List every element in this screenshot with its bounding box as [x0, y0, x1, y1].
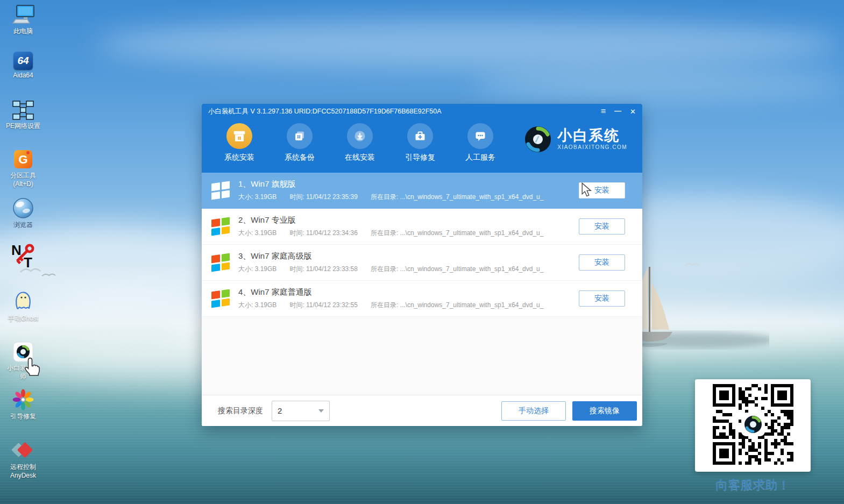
- desktop-icon-label: 远程控制 AnyDesk: [10, 463, 36, 480]
- desktop-icon-label: Aida64: [13, 72, 33, 80]
- desktop-icon-xiaobai-installer[interactable]: 小白装机大 师: [0, 341, 46, 381]
- tab-label: 系统安装: [224, 153, 254, 162]
- install-button[interactable]: 安装: [579, 218, 625, 235]
- desktop-icon-label: 此电脑: [13, 27, 33, 36]
- minimize-icon[interactable]: —: [614, 107, 621, 114]
- desktop-icon-boot-repair[interactable]: 引导修复: [0, 388, 46, 421]
- window-toolbar: 系统安装 系统备份: [202, 119, 642, 173]
- xiaobai-logo-icon: [524, 125, 552, 153]
- install-box-icon: [226, 123, 252, 149]
- desktop-icon-label: 引导修复: [10, 413, 36, 421]
- image-dir: 所在目录: ...\cn_windows_7_ultimate_with_sp1…: [371, 193, 544, 202]
- qr-panel: [695, 379, 811, 472]
- windows-logo-icon: [211, 289, 230, 308]
- windows-logo-icon: [211, 253, 230, 272]
- network-icon: [12, 100, 34, 120]
- bird-icon: [682, 259, 704, 270]
- tab-system-install[interactable]: 系统安装: [209, 123, 269, 162]
- image-row-win7-home-premium[interactable]: 3、Win7 家庭高级版 大小: 3.19GB 时间: 11/04/12 23:…: [202, 245, 642, 281]
- image-title: 1、Win7 旗舰版: [238, 179, 543, 189]
- image-size: 大小: 3.19GB: [238, 229, 276, 238]
- brand: 小白系统 XIAOBAIXITONG.COM: [524, 125, 642, 153]
- window-footer: 搜索目录深度 2 手动选择 搜索镜像: [202, 395, 642, 426]
- window-title: 小白装机工具 V 3.1.297.136 URID:DFCC5207188D57…: [208, 107, 442, 116]
- image-dir: 所在目录: ...\cn_windows_7_ultimate_with_sp1…: [371, 301, 544, 310]
- ghost-icon: [11, 290, 35, 313]
- tab-label: 系统备份: [285, 153, 315, 162]
- image-time: 时间: 11/04/12 23:33:58: [289, 265, 358, 274]
- image-list: 1、Win7 旗舰版 大小: 3.19GB 时间: 11/04/12 23:35…: [202, 173, 642, 317]
- xiaobai-logo-icon: [12, 341, 34, 363]
- image-row-win7-ultimate[interactable]: 1、Win7 旗舰版 大小: 3.19GB 时间: 11/04/12 23:35…: [202, 173, 642, 209]
- search-depth-value: 2: [278, 406, 282, 415]
- anydesk-icon: [10, 439, 36, 462]
- tab-label: 人工服务: [465, 153, 495, 162]
- svg-text:G: G: [18, 153, 27, 166]
- search-depth-label: 搜索目录深度: [218, 406, 263, 416]
- brand-name: 小白系统: [557, 128, 627, 143]
- image-title: 2、Win7 专业版: [238, 215, 543, 225]
- desktop-icon-label: PE网络设置: [6, 122, 40, 131]
- globe-icon: [12, 197, 34, 219]
- search-image-button[interactable]: 搜索镜像: [572, 401, 637, 421]
- search-depth-select[interactable]: 2: [272, 401, 330, 421]
- cloud: [97, 19, 839, 69]
- tab-human-service[interactable]: 人工服务: [450, 123, 510, 162]
- desktop-icon-manual-ghost[interactable]: 手动Ghost: [0, 290, 46, 323]
- download-icon: [347, 123, 373, 149]
- cloud: [473, 69, 844, 100]
- desktop-icon-label: 手动Ghost: [8, 315, 38, 323]
- windows-logo-icon: [211, 181, 230, 200]
- install-button[interactable]: 安装: [579, 290, 625, 307]
- image-size: 大小: 3.19GB: [238, 193, 276, 202]
- close-icon[interactable]: ✕: [630, 108, 636, 115]
- window-titlebar[interactable]: 小白装机工具 V 3.1.297.136 URID:DFCC5207188D57…: [202, 104, 642, 119]
- toolbox-icon: [407, 123, 433, 149]
- manual-select-button[interactable]: 手动选择: [501, 401, 566, 421]
- image-row-win7-home-basic[interactable]: 4、Win7 家庭普通版 大小: 3.19GB 时间: 11/04/12 23:…: [202, 281, 642, 317]
- image-size: 大小: 3.19GB: [238, 265, 276, 274]
- chevron-down-icon: [318, 409, 324, 413]
- diskgenius-icon: G: [12, 148, 34, 170]
- desktop-icon-label: 分区工具 (Alt+D): [10, 172, 36, 188]
- install-button[interactable]: 安装: [579, 182, 625, 198]
- tab-label: 引导修复: [405, 153, 435, 162]
- brand-site: XIAOBAIXITONG.COM: [557, 145, 627, 151]
- backup-icon: [287, 123, 313, 149]
- desktop-icon-browser[interactable]: 浏览器: [0, 197, 46, 230]
- desktop-icon-aida64[interactable]: 64 Aida64: [0, 52, 46, 80]
- image-title: 3、Win7 家庭高级版: [238, 251, 543, 261]
- qr-code: [713, 384, 793, 467]
- aida64-icon: 64: [13, 52, 33, 70]
- window-controls: ≡ — ✕: [601, 107, 636, 116]
- pinwheel-icon: [12, 388, 34, 411]
- image-time: 时间: 11/04/12 23:32:55: [289, 301, 358, 310]
- image-row-win7-professional[interactable]: 2、Win7 专业版 大小: 3.19GB 时间: 11/04/12 23:34…: [202, 209, 642, 245]
- image-dir: 所在目录: ...\cn_windows_7_ultimate_with_sp1…: [371, 229, 544, 238]
- chat-icon: [467, 123, 493, 149]
- desktop: 此电脑 64 Aida64 PE网络设置 G 分区工具 (Alt+D: [0, 0, 844, 504]
- tab-label: 在线安装: [345, 153, 375, 162]
- desktop-icon-label: 浏览器: [13, 221, 33, 230]
- image-size: 大小: 3.19GB: [238, 301, 276, 310]
- xiaobai-tool-window: 小白装机工具 V 3.1.297.136 URID:DFCC5207188D57…: [202, 104, 642, 426]
- qr-caption: 向客服求助！: [690, 477, 816, 493]
- desktop-icon-this-pc[interactable]: 此电脑: [0, 4, 46, 36]
- image-dir: 所在目录: ...\cn_windows_7_ultimate_with_sp1…: [371, 265, 544, 274]
- desktop-icon-anydesk[interactable]: 远程控制 AnyDesk: [0, 439, 46, 480]
- tab-online-install[interactable]: 在线安装: [330, 123, 390, 162]
- tab-boot-repair[interactable]: 引导修复: [390, 123, 450, 162]
- install-button[interactable]: 安装: [579, 254, 625, 271]
- desktop-icon-pe-network[interactable]: PE网络设置: [0, 100, 46, 131]
- image-title: 4、Win7 家庭普通版: [238, 287, 543, 297]
- list-empty-area: [202, 317, 642, 395]
- image-time: 时间: 11/04/12 23:35:39: [289, 193, 358, 202]
- computer-icon: [11, 4, 35, 26]
- desktop-icon-nt-password[interactable]: N T: [0, 242, 46, 269]
- desktop-icon-label: 小白装机大 师: [7, 364, 39, 381]
- tab-system-backup[interactable]: 系统备份: [269, 123, 330, 162]
- desktop-icon-partition-tool[interactable]: G 分区工具 (Alt+D): [0, 148, 46, 188]
- windows-logo-icon: [211, 217, 230, 236]
- image-time: 时间: 11/04/12 23:34:36: [289, 229, 358, 238]
- menu-icon[interactable]: ≡: [601, 107, 606, 116]
